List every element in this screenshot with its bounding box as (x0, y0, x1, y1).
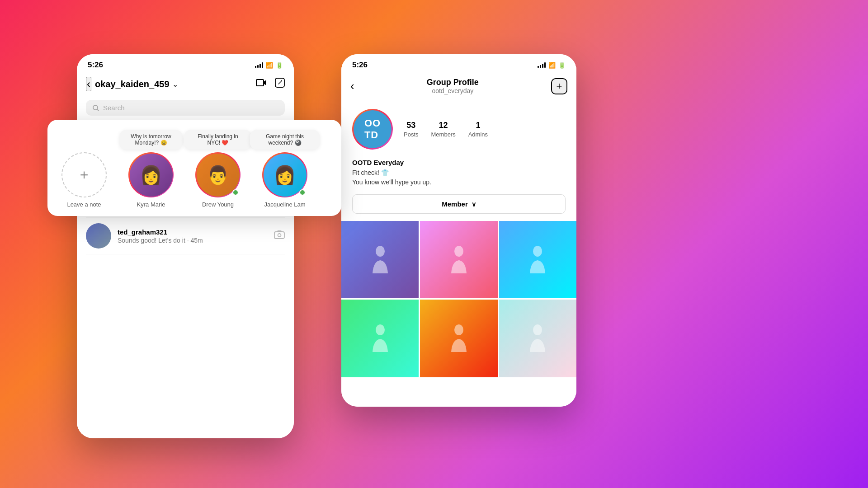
svg-point-9 (376, 246, 385, 257)
nav-actions-left (256, 78, 285, 90)
group-info: OOTD 53 Posts 12 Members 1 Admins (341, 100, 576, 159)
note-item-drew[interactable]: Finally landing inNYC! ❤️ 👨 Drew Young (189, 130, 247, 208)
message-actions-3 (274, 230, 285, 242)
group-bio: OOTD Everyday Fit check! 👕 You know we'l… (341, 159, 576, 194)
message-item[interactable]: ted_graham321 Sounds good! Let's do it ·… (86, 218, 285, 254)
left-phone: 5:26 📶 🔋 ‹ okay_kaiden_459 ⌄ (77, 54, 294, 438)
status-icons-left: 📶 🔋 (255, 62, 283, 69)
group-stats: 53 Posts 12 Members 1 Admins (404, 121, 488, 138)
note-bubble-jacqueline: Game night thisweekend? 🎱 (250, 130, 320, 150)
group-title-wrap: Group Profile ootd_everyday (427, 78, 479, 94)
member-button[interactable]: Member ∨ (352, 194, 566, 214)
group-name: OOTD Everyday (352, 159, 566, 166)
wifi-icon-right: 📶 (548, 62, 556, 69)
stat-posts: 53 Posts (404, 121, 419, 138)
avatar-ted (86, 223, 111, 249)
search-bar[interactable]: Search (86, 100, 285, 116)
posts-label: Posts (404, 131, 419, 138)
svg-point-10 (454, 246, 463, 257)
posts-count: 53 (404, 121, 419, 130)
kyra-avatar: 👩 (130, 154, 173, 197)
note-name-jacqueline: Jacqueline Lam (264, 201, 305, 208)
wifi-icon: 📶 (266, 62, 273, 69)
plus-icon: + (80, 167, 89, 183)
photo-cell-4[interactable] (341, 300, 419, 377)
video-call-button[interactable] (256, 78, 267, 90)
back-button-right[interactable]: ‹ (350, 79, 354, 93)
svg-rect-7 (274, 232, 284, 239)
group-header: ‹ Group Profile ootd_everyday + (341, 72, 576, 100)
members-count: 12 (431, 121, 456, 130)
svg-point-8 (278, 234, 281, 237)
kyra-avatar-ring: 👩 (128, 152, 174, 197)
svg-point-13 (454, 324, 463, 335)
admins-label: Admins (468, 131, 488, 138)
member-chevron-icon: ∨ (472, 201, 476, 208)
photo-6-inner (499, 300, 576, 377)
status-bar-left: 5:26 📶 🔋 (77, 54, 294, 72)
photo-cell-1[interactable] (341, 221, 419, 298)
photo-cell-5[interactable] (420, 300, 497, 377)
edit-pencil-icon (275, 78, 285, 88)
edit-button[interactable] (275, 78, 285, 90)
status-time-right: 5:26 (352, 61, 368, 70)
photo-cell-6[interactable] (499, 300, 576, 377)
svg-rect-0 (256, 80, 264, 86)
username-ted: ted_graham321 (118, 228, 268, 236)
photo-1-inner (341, 221, 419, 298)
notes-row: + Leave a note Why is tomorrowMonday!? 😩… (55, 130, 334, 208)
search-placeholder: Search (103, 104, 125, 112)
note-item-kyra[interactable]: Why is tomorrowMonday!? 😩 👩 Kyra Marie (122, 130, 180, 208)
note-item-self[interactable]: + Leave a note (55, 152, 113, 208)
member-btn-wrap: Member ∨ (341, 194, 576, 221)
members-label: Members (431, 131, 456, 138)
online-indicator-drew (232, 189, 239, 196)
member-label: Member (442, 200, 468, 208)
right-phone: 5:26 📶 🔋 ‹ Group Profile ootd_everyday (341, 54, 576, 407)
nav-title-left: okay_kaiden_459 ⌄ (95, 79, 256, 89)
group-description: Fit check! 👕 You know we'll hype you up. (352, 168, 566, 187)
group-profile-subtitle: ootd_everyday (427, 87, 479, 94)
group-desc-line2: You know we'll hype you up. (352, 178, 431, 186)
admins-count: 1 (468, 121, 488, 130)
search-row: Search (77, 96, 294, 119)
photo-3-inner (499, 221, 576, 298)
signal-icon (255, 62, 263, 68)
group-avatar-inner: OOTD (354, 110, 392, 148)
battery-icon-right: 🔋 (558, 62, 566, 69)
group-profile-title: Group Profile (427, 78, 479, 87)
camera-icon-3[interactable] (274, 230, 285, 242)
online-indicator-jacqueline (299, 189, 306, 196)
note-item-jacqueline[interactable]: Game night thisweekend? 🎱 👩 Jacqueline L… (255, 130, 314, 208)
back-button-left[interactable]: ‹ (86, 77, 91, 91)
add-to-group-button[interactable]: + (551, 78, 567, 94)
photo-cell-3[interactable] (499, 221, 576, 298)
note-name-self: Leave a note (67, 201, 101, 208)
svg-point-14 (533, 324, 542, 335)
svg-point-11 (533, 246, 542, 257)
preview-ted: Sounds good! Let's do it · 45m (118, 237, 268, 244)
stat-admins: 1 Admins (468, 121, 488, 138)
status-bar-right: 5:26 📶 🔋 (341, 54, 576, 72)
nav-bar-left: ‹ okay_kaiden_459 ⌄ (77, 72, 294, 96)
photo-cell-2[interactable] (420, 221, 497, 298)
title-chevron-icon: ⌄ (172, 80, 178, 89)
photo-grid (341, 221, 576, 377)
note-bubble-kyra: Why is tomorrowMonday!? 😩 (119, 130, 183, 150)
video-camera-icon (256, 78, 267, 87)
photo-2-inner (420, 221, 497, 298)
group-avatar: OOTD (352, 109, 393, 150)
search-icon (92, 104, 99, 112)
signal-icon-right (538, 62, 546, 68)
note-name-kyra: Kyra Marie (137, 201, 165, 208)
photo-4-inner (341, 300, 419, 377)
note-name-drew: Drew Young (202, 201, 234, 208)
stat-members: 12 Members (431, 121, 456, 138)
svg-point-12 (376, 324, 385, 335)
photo-5-inner (420, 300, 497, 377)
add-note-button[interactable]: + (61, 152, 107, 197)
status-icons-right: 📶 🔋 (538, 62, 566, 69)
group-desc-line1: Fit check! 👕 (352, 169, 389, 176)
battery-icon: 🔋 (276, 62, 283, 69)
plus-square-icon: + (557, 80, 562, 92)
